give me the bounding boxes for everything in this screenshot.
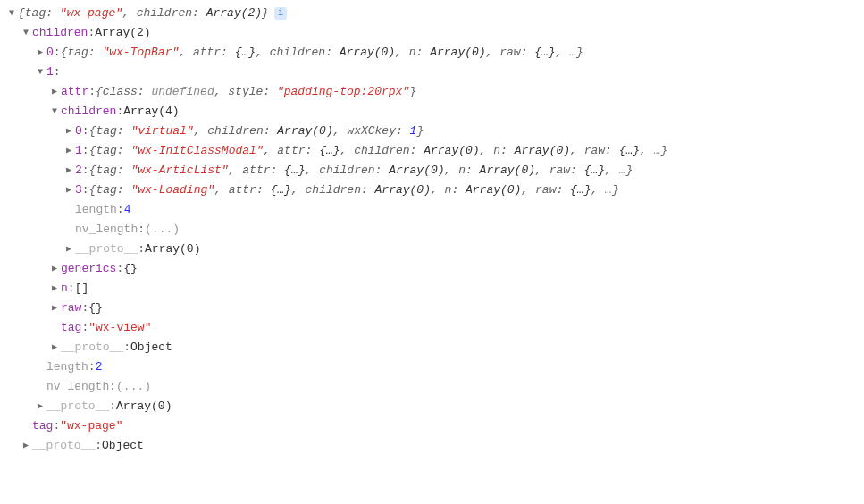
prop-key: 3 bbox=[75, 181, 82, 200]
prop-key: tag bbox=[61, 318, 81, 338]
tree-row-length-4[interactable]: ▶ length: 4 bbox=[7, 200, 857, 220]
chevron-right-icon[interactable]: ▶ bbox=[50, 259, 59, 279]
prop-value: Array(4) bbox=[123, 102, 179, 122]
prop-key: nv_length bbox=[75, 220, 138, 239]
info-icon[interactable]: i bbox=[274, 7, 287, 20]
prop-value: "wx-view" bbox=[88, 318, 151, 338]
tree-row-proto-object-root[interactable]: ▶ __proto__: Object bbox=[7, 436, 857, 456]
tree-row-gchild-1[interactable]: ▶ 1: {tag: "wx-InitClassModal", attr: {…… bbox=[7, 141, 857, 161]
tree-row-children-inner[interactable]: ▼ children: Array(4) bbox=[7, 102, 857, 122]
tree-row-length-2[interactable]: ▶ length: 2 bbox=[7, 357, 857, 377]
tree-row-gchild-0[interactable]: ▶ 0: {tag: "virtual", children: Array(0)… bbox=[7, 122, 857, 141]
prop-value: {} bbox=[88, 298, 103, 318]
prop-key: 1 bbox=[46, 63, 54, 82]
tree-row-raw[interactable]: ▶ raw: {} bbox=[7, 298, 857, 318]
tree-row-nvlength-inner[interactable]: ▶ nv_length: (...) bbox=[7, 220, 857, 239]
object-preview: {tag: "wx-InitClassModal", attr: {…}, ch… bbox=[89, 141, 668, 161]
chevron-down-icon[interactable]: ▼ bbox=[7, 4, 16, 23]
tree-row-proto-array-inner[interactable]: ▶ __proto__: Array(0) bbox=[7, 239, 857, 259]
prop-value: Array(0) bbox=[116, 397, 172, 416]
tree-row-proto-object-child1[interactable]: ▶ __proto__: Object bbox=[7, 338, 857, 357]
getter-placeholder[interactable]: (...) bbox=[116, 377, 151, 397]
prop-value: 4 bbox=[124, 200, 131, 220]
prop-key: 1 bbox=[75, 141, 82, 161]
prop-key: 0 bbox=[46, 43, 54, 63]
prop-key: 2 bbox=[75, 161, 82, 181]
tree-row-nvlength[interactable]: ▶ nv_length: (...) bbox=[7, 377, 857, 397]
prop-key: generics bbox=[61, 259, 116, 279]
tree-row-children[interactable]: ▼ children: Array(2) bbox=[7, 23, 857, 43]
tree-row-attr[interactable]: ▶ attr: {class: undefined, style: "paddi… bbox=[7, 82, 857, 102]
chevron-right-icon[interactable]: ▶ bbox=[64, 239, 73, 259]
prop-value: 2 bbox=[96, 357, 103, 377]
prop-key: raw bbox=[61, 298, 81, 318]
prop-key: nv_length bbox=[46, 377, 109, 397]
chevron-right-icon[interactable]: ▶ bbox=[64, 161, 73, 181]
object-preview: {tag: "wx-ArticList", attr: {…}, childre… bbox=[89, 161, 633, 181]
prop-key: __proto__ bbox=[75, 239, 138, 259]
object-preview: {tag: "wx-Loading", attr: {…}, children:… bbox=[89, 181, 619, 200]
chevron-right-icon[interactable]: ▶ bbox=[64, 181, 73, 200]
prop-key: __proto__ bbox=[61, 338, 123, 357]
chevron-right-icon[interactable]: ▶ bbox=[36, 43, 45, 63]
prop-key: n bbox=[61, 279, 68, 298]
chevron-right-icon[interactable]: ▶ bbox=[64, 141, 73, 161]
prop-value: Object bbox=[102, 436, 144, 456]
prop-value: [] bbox=[75, 279, 89, 298]
object-preview: {tag: "wx-page", children: Array(2)} bbox=[18, 4, 269, 23]
chevron-right-icon[interactable]: ▶ bbox=[36, 397, 45, 416]
object-preview: {tag: "wx-TopBar", attr: {…}, children: … bbox=[61, 43, 583, 63]
chevron-down-icon[interactable]: ▼ bbox=[21, 23, 30, 43]
prop-key: attr bbox=[61, 82, 88, 102]
chevron-down-icon[interactable]: ▼ bbox=[50, 102, 59, 122]
chevron-right-icon[interactable]: ▶ bbox=[50, 82, 59, 102]
prop-key: children bbox=[32, 23, 88, 43]
tree-row-generics[interactable]: ▶ generics: {} bbox=[7, 259, 857, 279]
prop-value: Object bbox=[130, 338, 172, 357]
prop-key: tag bbox=[32, 416, 53, 436]
chevron-right-icon[interactable]: ▶ bbox=[64, 122, 73, 141]
chevron-down-icon[interactable]: ▼ bbox=[36, 63, 45, 82]
tree-row-proto-array[interactable]: ▶ __proto__: Array(0) bbox=[7, 397, 857, 416]
tree-row-gchild-2[interactable]: ▶ 2: {tag: "wx-ArticList", attr: {…}, ch… bbox=[7, 161, 857, 181]
getter-placeholder[interactable]: (...) bbox=[145, 220, 180, 239]
chevron-right-icon[interactable]: ▶ bbox=[50, 338, 59, 357]
tree-row-tag-wxpage[interactable]: ▶ tag: "wx-page" bbox=[7, 416, 857, 436]
prop-value: "wx-page" bbox=[60, 416, 122, 436]
prop-value: {} bbox=[123, 259, 138, 279]
prop-key: __proto__ bbox=[32, 436, 95, 456]
prop-key: length bbox=[75, 200, 117, 220]
prop-key: __proto__ bbox=[46, 397, 109, 416]
object-preview: {class: undefined, style: "padding-top:2… bbox=[96, 82, 416, 102]
chevron-right-icon[interactable]: ▶ bbox=[50, 279, 59, 298]
tree-row-child-1[interactable]: ▼ 1: bbox=[7, 63, 857, 82]
prop-key: 0 bbox=[75, 122, 82, 141]
tree-row-tag-wxview[interactable]: ▶ tag: "wx-view" bbox=[7, 318, 857, 338]
prop-value: Array(2) bbox=[95, 23, 150, 43]
tree-row-root[interactable]: ▼ {tag: "wx-page", children: Array(2)} i bbox=[7, 4, 857, 23]
tree-row-gchild-3[interactable]: ▶ 3: {tag: "wx-Loading", attr: {…}, chil… bbox=[7, 181, 857, 200]
prop-value: Array(0) bbox=[145, 239, 200, 259]
tree-row-child-0[interactable]: ▶ 0: {tag: "wx-TopBar", attr: {…}, child… bbox=[7, 43, 857, 63]
object-preview: {tag: "virtual", children: Array(0), wxX… bbox=[89, 122, 424, 141]
chevron-right-icon[interactable]: ▶ bbox=[50, 298, 59, 318]
prop-key: length bbox=[46, 357, 88, 377]
chevron-right-icon[interactable]: ▶ bbox=[21, 436, 30, 456]
tree-row-n[interactable]: ▶ n: [] bbox=[7, 279, 857, 298]
prop-key: children bbox=[61, 102, 116, 122]
